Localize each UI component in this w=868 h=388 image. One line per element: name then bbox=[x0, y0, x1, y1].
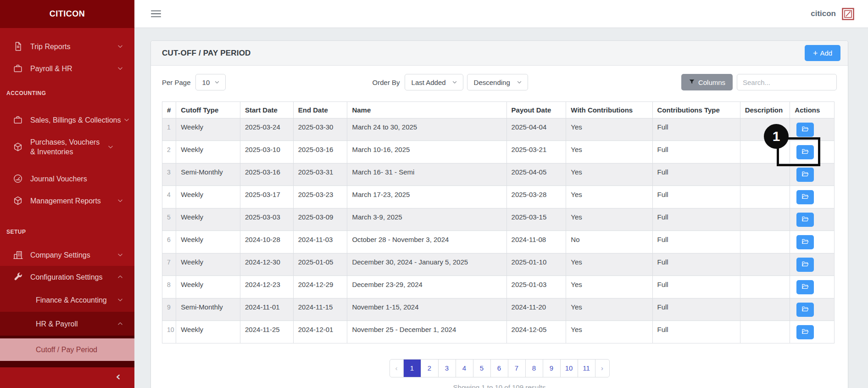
order-direction-select[interactable]: Descending bbox=[467, 74, 528, 90]
pagination-page-7[interactable]: 7 bbox=[508, 360, 526, 377]
per-page-select[interactable]: 10 bbox=[195, 74, 226, 90]
cell-description bbox=[740, 186, 790, 208]
sidebar-item-payroll-hr[interactable]: Payroll & HR bbox=[0, 57, 134, 79]
pagination-page-1[interactable]: 1 bbox=[404, 360, 421, 377]
folder-open-icon bbox=[801, 260, 809, 269]
cell-description bbox=[740, 253, 790, 276]
cell-start-date: 2024-11-25 bbox=[240, 321, 294, 343]
cell-contributions-type: Full bbox=[652, 321, 740, 343]
table-header-row: #Cutoff TypeStart DateEnd DateNamePayout… bbox=[162, 102, 835, 118]
sidebar-item-finance-accounting[interactable]: Finance & Accounting bbox=[0, 288, 134, 312]
cell-num: 1 bbox=[162, 118, 176, 141]
open-record-button[interactable] bbox=[796, 213, 814, 227]
cell-cutoff-type: Weekly bbox=[176, 276, 240, 298]
pagination-page-4[interactable]: 4 bbox=[456, 360, 473, 377]
cell-name: December 23-29, 2024 bbox=[347, 276, 506, 298]
cell-end-date: 2024-12-01 bbox=[293, 321, 347, 343]
sidebar-item-management-reports[interactable]: Management Reports bbox=[0, 190, 134, 212]
sidebar-item-journal-vouchers[interactable]: Journal Vouchers bbox=[0, 168, 134, 190]
chevron-down-icon bbox=[117, 252, 123, 258]
cell-name: March 10-16, 2025 bbox=[347, 141, 506, 163]
open-record-button[interactable] bbox=[796, 168, 814, 182]
folder-open-icon bbox=[801, 238, 809, 247]
sidebar-item-purchases-vouchers-inventories[interactable]: Purchases, Vouchers & Inventories bbox=[0, 131, 134, 163]
table-row: 1 Weekly 2025-03-24 2025-03-30 March 24 … bbox=[162, 118, 835, 141]
filter-search-group: Columns bbox=[681, 74, 837, 90]
cell-cutoff-type: Weekly bbox=[176, 321, 240, 343]
add-button[interactable]: + Add bbox=[805, 45, 840, 61]
pagination-page-11[interactable]: 11 bbox=[578, 360, 595, 377]
pagination-page-10[interactable]: 10 bbox=[561, 360, 578, 377]
sidebar-section-accounting: ACCOUNTING bbox=[6, 90, 134, 97]
sidebar: CITICON Trip Reports Payroll & HR ACCOUN… bbox=[0, 0, 134, 388]
table-row: 7 Weekly 2024-12-30 2025-01-05 December … bbox=[162, 253, 835, 276]
search-input[interactable] bbox=[737, 74, 837, 90]
open-record-button[interactable] bbox=[796, 258, 814, 272]
sidebar-item-hr-payroll[interactable]: HR & Payroll bbox=[0, 312, 134, 336]
cell-with-contributions: Yes bbox=[566, 163, 652, 186]
cell-payout-date: 2025-03-28 bbox=[506, 186, 566, 208]
cell-num: 9 bbox=[162, 298, 176, 321]
pagination-prev[interactable]: ‹ bbox=[390, 360, 404, 377]
chevron-down-icon bbox=[117, 43, 123, 50]
columns-button[interactable]: Columns bbox=[681, 74, 733, 90]
cell-with-contributions: Yes bbox=[566, 186, 652, 208]
topbar-brand-text: citicon bbox=[811, 9, 836, 18]
sidebar-item-configuration-settings[interactable]: Configuration Settings bbox=[0, 266, 134, 288]
cell-name: November 1-15, 2024 bbox=[347, 298, 506, 321]
hamburger-menu-icon[interactable] bbox=[151, 10, 161, 18]
briefcase-icon bbox=[13, 63, 23, 73]
cell-payout-date: 2024-11-08 bbox=[506, 231, 566, 253]
column-header: # bbox=[162, 102, 176, 118]
pagination-next[interactable]: › bbox=[595, 360, 609, 377]
card-body: Per Page 10 Order By Last Added bbox=[151, 66, 848, 388]
sidebar-collapse[interactable] bbox=[0, 367, 134, 388]
open-record-button[interactable] bbox=[796, 280, 814, 294]
sidebar-section-setup: SETUP bbox=[6, 228, 134, 236]
sidebar-item-cutoff-pay-period[interactable]: Cutoff / Pay Period bbox=[0, 338, 134, 361]
gauge-icon bbox=[13, 174, 23, 184]
cell-payout-date: 2025-04-05 bbox=[506, 163, 566, 186]
sidebar-item-sales-billings-collections[interactable]: Sales, Billings & Collections bbox=[0, 109, 134, 131]
column-header: Cutoff Type bbox=[176, 102, 240, 118]
cell-with-contributions: Yes bbox=[566, 141, 652, 163]
order-by-group: Order By Last Added Descending bbox=[373, 74, 528, 90]
cell-contributions-type: Full bbox=[652, 253, 740, 276]
column-header: Contributions Type bbox=[652, 102, 740, 118]
cell-cutoff-type: Weekly bbox=[176, 231, 240, 253]
cell-actions bbox=[790, 141, 835, 163]
pagination-page-9[interactable]: 9 bbox=[543, 360, 561, 377]
sidebar-item-company-settings[interactable]: Company Settings bbox=[0, 244, 134, 266]
main-content: CUT-OFF / PAY PERIOD + Add Per Page 10 O… bbox=[134, 28, 868, 388]
pagination-page-6[interactable]: 6 bbox=[491, 360, 508, 377]
pagination-page-2[interactable]: 2 bbox=[421, 360, 439, 377]
pagination-page-8[interactable]: 8 bbox=[526, 360, 543, 377]
cell-contributions-type: Full bbox=[652, 231, 740, 253]
cell-contributions-type: Full bbox=[652, 118, 740, 141]
chevron-up-icon bbox=[117, 274, 123, 280]
open-record-button[interactable] bbox=[796, 123, 814, 137]
cell-description bbox=[740, 208, 790, 231]
cell-num: 10 bbox=[162, 321, 176, 343]
cell-payout-date: 2024-11-20 bbox=[506, 298, 566, 321]
pagination-page-3[interactable]: 3 bbox=[439, 360, 456, 377]
open-record-button[interactable] bbox=[796, 190, 814, 204]
cell-name: March 3-9, 2025 bbox=[347, 208, 506, 231]
chevron-down-icon bbox=[517, 79, 522, 85]
open-record-button[interactable] bbox=[796, 145, 814, 159]
open-record-button[interactable] bbox=[796, 235, 814, 249]
cell-description bbox=[740, 321, 790, 343]
pagination-page-5[interactable]: 5 bbox=[473, 360, 491, 377]
cell-start-date: 2024-11-01 bbox=[240, 298, 294, 321]
chevron-down-icon bbox=[117, 65, 123, 72]
column-header: Start Date bbox=[240, 102, 294, 118]
cell-description bbox=[740, 231, 790, 253]
per-page-label: Per Page bbox=[162, 79, 191, 86]
cell-contributions-type: Full bbox=[652, 186, 740, 208]
order-field-select[interactable]: Last Added bbox=[405, 74, 463, 90]
folder-open-icon bbox=[801, 170, 809, 179]
cell-start-date: 2025-03-16 bbox=[240, 163, 294, 186]
sidebar-item-trip-reports[interactable]: Trip Reports bbox=[0, 35, 134, 57]
open-record-button[interactable] bbox=[796, 303, 814, 317]
open-record-button[interactable] bbox=[796, 325, 814, 339]
